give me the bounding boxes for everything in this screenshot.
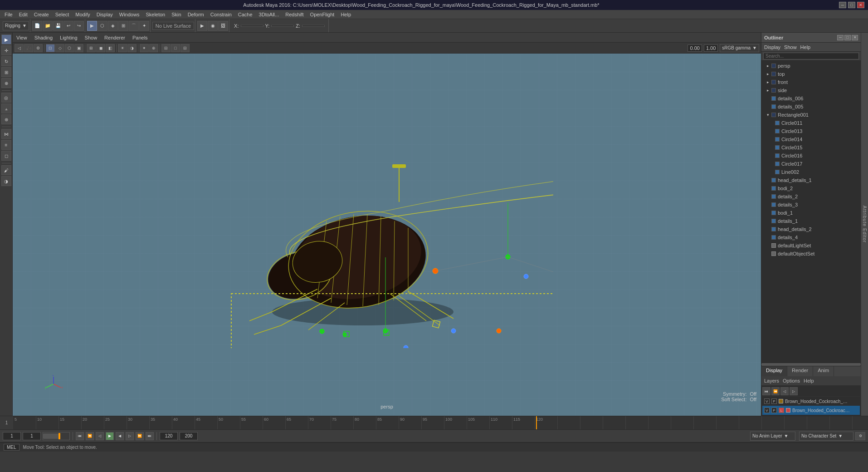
menu-redshift[interactable]: Redshift <box>283 11 306 18</box>
tab-sub-layers[interactable]: Layers <box>764 378 779 384</box>
single-panel-btn[interactable]: □ <box>171 44 180 52</box>
range-end-input[interactable] <box>160 432 178 440</box>
menu-windows[interactable]: Windows <box>117 11 142 18</box>
cluster-btn[interactable]: ◑ <box>1 176 11 186</box>
tree-item-front[interactable]: ▸ front <box>761 78 861 86</box>
outliner-hscroll[interactable] <box>761 363 861 366</box>
menu-deform[interactable]: Deform <box>185 11 207 18</box>
last-tool-btn[interactable]: ⊕ <box>1 78 11 88</box>
menu-3dtoall[interactable]: 3DtoAll... <box>256 11 282 18</box>
timeline-playhead[interactable] <box>536 416 537 429</box>
tree-item-default-light-set[interactable]: defaultLightSet <box>761 241 861 250</box>
tree-item-details3[interactable]: details_3 <box>761 201 861 209</box>
soft-mod-btn[interactable]: ◎ <box>1 93 11 103</box>
vert-mode-btn[interactable]: ◇ <box>55 44 64 52</box>
attribute-editor-tab[interactable]: Attribute Editor <box>861 33 868 416</box>
next-frame-btn[interactable]: ▷ <box>126 432 134 440</box>
vp-menu-show[interactable]: Show <box>83 34 99 41</box>
layer-entry-1[interactable]: V P Brown_Hooded_Cockroach_withFBXASC0 <box>762 397 860 406</box>
lasso-tool[interactable]: ⬡ <box>98 21 107 31</box>
tree-item-circle013[interactable]: Circle013 <box>761 127 861 135</box>
close-button[interactable]: ✕ <box>857 2 864 8</box>
undo-button[interactable]: ↩ <box>63 21 73 31</box>
outliner-tree[interactable]: ▸ persp ▸ top ▸ front <box>761 61 861 363</box>
layer-prev-key[interactable]: ◁ <box>780 387 789 395</box>
3d-viewport[interactable]: x y z Symmetry: Off Soft Select: Off <box>13 54 761 416</box>
menu-help[interactable]: Help <box>338 11 354 18</box>
tree-item-top[interactable]: ▸ top <box>761 70 861 78</box>
menu-skin[interactable]: Skin <box>169 11 184 18</box>
tree-item-bodi2[interactable]: bodi_2 <box>761 184 861 192</box>
outliner-menu-display[interactable]: Display <box>764 44 780 50</box>
sculpt-btn[interactable]: ⟁ <box>1 103 11 113</box>
menu-edit[interactable]: Edit <box>16 11 30 18</box>
obj-mode-btn[interactable]: ⊡ <box>46 44 55 52</box>
two-panel-btn[interactable]: ⊟ <box>180 44 190 52</box>
smooth-shade-btn[interactable]: ◼ <box>96 44 105 52</box>
menu-select[interactable]: Select <box>53 11 72 18</box>
layer-playback-start[interactable]: ⏮ <box>762 387 770 395</box>
shadow-btn[interactable]: ◑ <box>127 44 137 52</box>
select-tool[interactable]: ▶ <box>87 21 97 31</box>
tree-item-line002[interactable]: Line002 <box>761 168 861 176</box>
gamma-dropdown[interactable]: sRGB gamma ▼ <box>720 44 759 52</box>
prev-frame-btn[interactable]: ◁ <box>96 432 104 440</box>
select-tool-btn[interactable]: ▶ <box>1 34 11 44</box>
show-manip-btn[interactable]: ⊛ <box>1 114 11 124</box>
l2-btn[interactable]: L <box>779 408 784 413</box>
play-btn[interactable]: ▶ <box>106 432 114 440</box>
scale-tool-btn[interactable]: ⊞ <box>1 67 11 77</box>
render-btn[interactable]: ▶ <box>197 21 207 31</box>
tree-item-default-object-set[interactable]: defaultObjectSet <box>761 250 861 258</box>
tree-item-bodi1[interactable]: bodi_1 <box>761 209 861 217</box>
tree-item-circle011[interactable]: Circle011 <box>761 119 861 127</box>
ipr-btn[interactable]: ◉ <box>208 21 218 31</box>
maximize-button[interactable]: □ <box>848 2 855 8</box>
go-start-btn[interactable]: ⏮ <box>76 432 84 440</box>
redo-button[interactable]: ↪ <box>74 21 84 31</box>
lighting-btn[interactable]: ☀ <box>118 44 127 52</box>
outliner-search-input[interactable] <box>763 53 859 59</box>
tree-item-details2[interactable]: details_2 <box>761 192 861 201</box>
anim-settings-btn[interactable]: ⚙ <box>855 432 865 440</box>
tree-item-circle014[interactable]: Circle014 <box>761 135 861 143</box>
tree-item-persp[interactable]: ▸ persp <box>761 62 861 70</box>
rotate-tool-btn[interactable]: ↻ <box>1 56 11 66</box>
open-button[interactable]: 📁 <box>43 21 53 31</box>
outliner-menu-show[interactable]: Show <box>784 44 797 50</box>
layout-btn[interactable]: ⊟ <box>161 44 171 52</box>
tab-render[interactable]: Render <box>787 366 813 376</box>
tree-item-circle017[interactable]: Circle017 <box>761 160 861 168</box>
component-btn[interactable]: ◻ <box>1 151 11 161</box>
go-end-btn[interactable]: ⏭ <box>146 432 154 440</box>
menu-file[interactable]: File <box>2 11 15 18</box>
vp-menu-shading[interactable]: Shading <box>33 34 54 41</box>
tree-item-side[interactable]: ▸ side <box>761 86 861 94</box>
face-mode-btn[interactable]: ▣ <box>74 44 83 52</box>
paint-skin-btn[interactable]: 🖌 <box>1 165 11 175</box>
vp-menu-lighting[interactable]: Lighting <box>58 34 79 41</box>
next-key-btn[interactable]: ⏩ <box>136 432 144 440</box>
menu-constrain[interactable]: Constrain <box>208 11 234 18</box>
no-anim-layer-dropdown[interactable]: No Anim Layer ▼ <box>750 432 795 441</box>
menu-skeleton[interactable]: Skeleton <box>143 11 168 18</box>
snap-curve[interactable]: ⌒ <box>129 21 139 31</box>
tab-display[interactable]: Display <box>761 366 787 376</box>
tree-item-circle015[interactable]: Circle015 <box>761 143 861 152</box>
no-character-set-dropdown[interactable]: No Character Set ▼ <box>799 432 853 441</box>
show-render-btn[interactable]: 🖼 <box>218 21 228 31</box>
tree-item-head-details1[interactable]: head_details_1 <box>761 176 861 184</box>
paint-tool[interactable]: ◈ <box>108 21 118 31</box>
snap-grid[interactable]: ⊞ <box>118 21 128 31</box>
menu-create[interactable]: Create <box>31 11 52 18</box>
texture-btn[interactable]: ◧ <box>106 44 115 52</box>
anim-end-input[interactable] <box>180 432 198 440</box>
edge-mode-btn[interactable]: ⬡ <box>65 44 74 52</box>
new-button[interactable]: 📄 <box>32 21 42 31</box>
vp-menu-panels[interactable]: Panels <box>131 34 150 41</box>
tree-item-details006[interactable]: details_006 <box>761 94 861 103</box>
minimize-button[interactable]: ─ <box>839 2 846 8</box>
tree-item-head-details2[interactable]: head_details_2 <box>761 225 861 233</box>
vp1-btn[interactable]: V <box>764 398 770 404</box>
menu-cache[interactable]: Cache <box>235 11 255 18</box>
